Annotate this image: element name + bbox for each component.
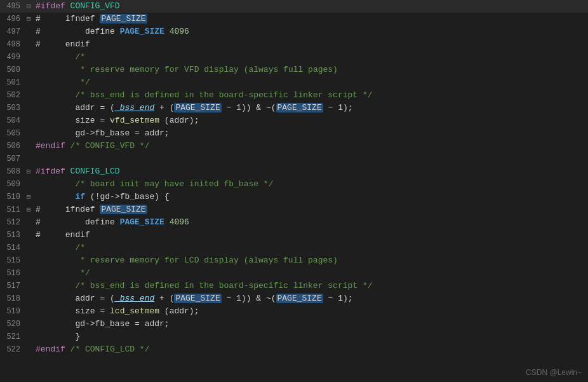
code-token: size =: [36, 306, 110, 316]
code-token: for VFD display (always full pages): [159, 65, 338, 74]
line-number: 503: [0, 102, 24, 114]
line-number: 512: [0, 216, 24, 229]
code-line: 521 }: [0, 331, 588, 343]
code-line: 512 # define PAGE_SIZE 4096: [0, 216, 588, 229]
code-token: + (: [154, 294, 174, 303]
code-container: 495⊟#ifdef CONFIG_VFD496⊟# ifndef PAGE_S…: [0, 0, 588, 356]
fold-button[interactable]: ⊟: [24, 191, 33, 203]
fold-button: [24, 140, 33, 153]
line-number: 518: [0, 292, 24, 305]
code-line: 517 /* bss_end is defined in the board-s…: [0, 280, 588, 292]
code-token: (!gd->fb_base) {: [85, 192, 170, 201]
line-number: 515: [0, 254, 24, 267]
code-token: − 1)) & ~(: [222, 103, 276, 113]
line-number: 500: [0, 64, 24, 76]
highlighted-token: PAGE_SIZE: [100, 205, 147, 214]
fold-button: [24, 102, 33, 114]
code-token: CONFIG_VFD: [65, 1, 120, 11]
line-number: 517: [0, 280, 24, 292]
code-token: #endif: [36, 141, 65, 151]
code-content: size = lcd_setmem (addr);: [33, 305, 588, 318]
code-line: 505 gd->fb_base = addr;: [0, 127, 588, 140]
code-token: [36, 192, 75, 201]
code-token: + (: [154, 103, 174, 113]
code-token: /* CONFIG_LCD */: [65, 344, 150, 354]
code-content: gd->fb_base = addr;: [33, 127, 588, 140]
code-token: _bss_end: [115, 294, 154, 303]
fold-button: [24, 305, 33, 318]
line-number: 497: [0, 25, 24, 38]
code-token: size =: [36, 116, 110, 125]
fold-button: [24, 267, 33, 280]
code-content: #endif /* CONFIG_VFD */: [33, 140, 588, 153]
line-number: 509: [0, 178, 24, 191]
code-line: 498 # endif: [0, 38, 588, 51]
code-token: (addr);: [159, 116, 199, 125]
code-token: #: [36, 27, 46, 36]
code-line: 509 /* board init may have inited fb_bas…: [0, 178, 588, 191]
code-content: addr = (_bss_end + (PAGE_SIZE − 1)) & ~(…: [33, 102, 588, 114]
line-number: 502: [0, 89, 24, 102]
fold-button: [24, 178, 33, 191]
line-number: 496: [0, 13, 24, 25]
code-token: addr = (: [36, 294, 115, 303]
fold-button[interactable]: ⊟: [24, 0, 33, 13]
code-content: }: [33, 331, 588, 343]
fold-button[interactable]: ⊟: [24, 13, 33, 25]
code-token: _bss_end: [115, 103, 154, 113]
code-token: /* CONFIG_VFD */: [65, 141, 150, 151]
line-number: 507: [0, 153, 24, 165]
fold-button: [24, 89, 33, 102]
fold-button: [24, 254, 33, 267]
line-number: 504: [0, 114, 24, 127]
code-line: 518 addr = (_bss_end + (PAGE_SIZE − 1)) …: [0, 292, 588, 305]
line-number: 510: [0, 191, 24, 203]
code-content: * reserve memory for VFD display (always…: [33, 64, 588, 76]
fold-button[interactable]: ⊟: [24, 165, 33, 178]
fold-button: [24, 153, 33, 165]
code-token: */: [36, 78, 90, 87]
code-content: */: [33, 267, 588, 280]
code-content: #endif /* CONFIG_LCD */: [33, 343, 588, 356]
code-token: 4096: [164, 217, 189, 227]
fold-button[interactable]: ⊟: [24, 203, 33, 216]
code-token: /* board init may have inited fb_base */: [36, 179, 273, 189]
line-number: 499: [0, 51, 24, 64]
code-token: endif: [46, 230, 90, 240]
code-token: #: [36, 217, 46, 227]
code-content: size = vfd_setmem (addr);: [33, 114, 588, 127]
code-content: # ifndef PAGE_SIZE: [33, 13, 588, 25]
code-token: /*: [36, 52, 85, 62]
code-line: 508⊟#ifdef CONFIG_LCD: [0, 165, 588, 178]
code-content: /* bss_end is defined in the board-speci…: [33, 280, 588, 292]
code-content: gd->fb_base = addr;: [33, 318, 588, 331]
line-number: 521: [0, 331, 24, 343]
highlighted-token: PAGE_SIZE: [100, 14, 147, 24]
code-token: − 1);: [323, 294, 353, 303]
code-token: /*: [36, 243, 85, 252]
line-number: 498: [0, 38, 24, 51]
code-token: #: [36, 39, 46, 49]
code-content: # define PAGE_SIZE 4096: [33, 25, 588, 38]
line-number: 514: [0, 242, 24, 254]
code-token: #ifdef: [36, 167, 65, 176]
code-token: * reserve memory for LCD display (always…: [36, 256, 338, 265]
code-token: #ifdef: [36, 1, 65, 11]
code-token: #: [36, 230, 46, 240]
code-line: 514 /*: [0, 242, 588, 254]
code-token: #: [36, 14, 46, 24]
code-content: /* board init may have inited fb_base */: [33, 178, 588, 191]
code-token: − 1)) & ~(: [222, 294, 276, 303]
code-token: PAGE_SIZE: [120, 27, 164, 36]
code-token: #: [36, 205, 46, 214]
code-content: # define PAGE_SIZE 4096: [33, 216, 588, 229]
fold-button: [24, 51, 33, 64]
code-line: 515 * reserve memory for LCD display (al…: [0, 254, 588, 267]
fold-button: [24, 229, 33, 242]
code-token: }: [36, 332, 80, 341]
code-token: vfd_setmem: [110, 116, 159, 125]
code-content: # endif: [33, 38, 588, 51]
code-line: 506 #endif /* CONFIG_VFD */: [0, 140, 588, 153]
code-token: ifndef: [46, 205, 100, 214]
code-token: − 1);: [323, 103, 353, 113]
